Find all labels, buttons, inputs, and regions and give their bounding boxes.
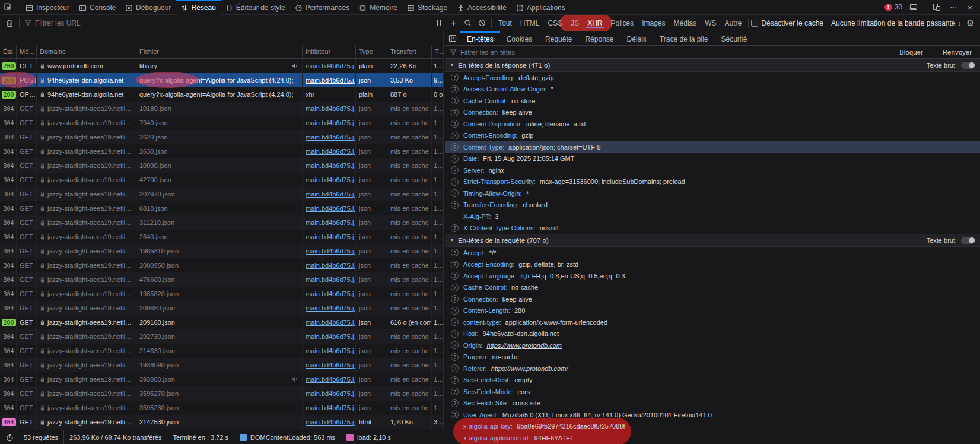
- header-row[interactable]: ? Strict-Transport-Security max-age=3153…: [445, 176, 980, 188]
- header-row[interactable]: ? X-Content-Type-Options nosniff: [445, 223, 980, 234]
- request-row[interactable]: 304 GET jazzy-starlight-aeea19.netli… 39…: [0, 372, 443, 386]
- initiator-link[interactable]: main.bd4b6d75.j…: [306, 62, 355, 69]
- initiator-link[interactable]: main.bd4b6d75.j…: [306, 134, 355, 141]
- request-row[interactable]: 304 GET jazzy-starlight-aeea19.netli… 35…: [0, 401, 443, 415]
- header-row[interactable]: ? X-Alg-PT 3: [445, 211, 980, 223]
- search-button[interactable]: [460, 16, 475, 30]
- header-row[interactable]: ? Transfer-Encoding chunked: [445, 199, 980, 211]
- header-row[interactable]: ? Content-Encoding gzip: [445, 130, 980, 142]
- new-request-button[interactable]: +: [446, 16, 460, 30]
- request-row[interactable]: 404 GET jazzy-starlight-aeea19.netli… 21…: [0, 415, 443, 429]
- help-icon[interactable]: ?: [451, 284, 459, 291]
- disable-cache-checkbox[interactable]: Désactiver le cache: [751, 19, 823, 27]
- request-row[interactable]: 304 GET jazzy-starlight-aeea19.netli… 19…: [0, 287, 443, 301]
- pick-element-button[interactable]: [0, 0, 15, 14]
- error-count-badge[interactable]: ! 30: [884, 3, 902, 11]
- header-row[interactable]: ? content-type application/x-www-form-ur…: [445, 316, 980, 328]
- tab-stockage[interactable]: Stockage: [402, 0, 452, 15]
- responsive-mode-button[interactable]: [929, 0, 944, 14]
- initiator-link[interactable]: main.bd4b6d75.j…: [306, 148, 355, 155]
- details-tab[interactable]: Sécurité: [714, 31, 753, 45]
- request-row[interactable]: 304 GET jazzy-starlight-aeea19.netli… 19…: [0, 358, 443, 372]
- header-row[interactable]: ? Cache-Control no-store: [445, 95, 980, 107]
- header-row[interactable]: ? Content-Disposition inline; filename=a…: [445, 118, 980, 130]
- column-header[interactable]: Mé…: [17, 45, 37, 58]
- help-icon[interactable]: ?: [451, 341, 459, 349]
- header-row[interactable]: ? Origin https://www.protondb.com: [445, 340, 980, 351]
- help-icon[interactable]: ?: [451, 272, 459, 280]
- request-row[interactable]: 304 GET jazzy-starlight-aeea19.netli… 10…: [0, 158, 443, 173]
- header-row[interactable]: ? Connection keep-alive: [445, 293, 980, 305]
- details-tab[interactable]: Requête: [539, 31, 578, 45]
- header-row[interactable]: ? x-algolia-application-id 94HE6YATEI: [445, 432, 980, 444]
- column-header[interactable]: Fichier: [136, 45, 303, 58]
- tab-reseau[interactable]: Réseau: [176, 0, 220, 15]
- help-icon[interactable]: ?: [451, 178, 459, 186]
- initiator-link[interactable]: main.bd4b6d75.j…: [306, 376, 355, 383]
- details-tab[interactable]: Cookies: [500, 31, 539, 45]
- column-header[interactable]: T…: [432, 45, 444, 58]
- split-console-button[interactable]: [906, 0, 921, 14]
- request-row[interactable]: 304 GET jazzy-starlight-aeea19.netli… 42…: [0, 173, 443, 187]
- help-icon[interactable]: ?: [451, 132, 459, 139]
- request-row[interactable]: 200 POST 94he6yatei-dsn.algolia.net quer…: [0, 73, 443, 87]
- throttling-select[interactable]: Aucune limitation de la bande passante ↕: [829, 19, 963, 27]
- header-row[interactable]: ? Content-Length 280: [445, 305, 980, 317]
- type-filter-button[interactable]: Images: [638, 17, 669, 29]
- raw-toggle-switch[interactable]: [961, 62, 975, 69]
- initiator-link[interactable]: main.bd4b6d75.j…: [306, 219, 355, 226]
- header-row[interactable]: ? Pragma no-cache: [445, 351, 980, 363]
- initiator-link[interactable]: main.bd4b6d75.j…: [306, 276, 355, 283]
- initiator-link[interactable]: main.bd4b6d75.j…: [306, 333, 355, 340]
- request-row[interactable]: 304 GET jazzy-starlight-aeea19.netli… 10…: [0, 102, 443, 116]
- header-row[interactable]: ? Sec-Fetch-Dest empty: [445, 375, 980, 386]
- header-row[interactable]: ? Host 94he6yatei-dsn.algolia.net: [445, 328, 980, 340]
- request-row[interactable]: 304 GET jazzy-starlight-aeea19.netli… 68…: [0, 201, 443, 215]
- initiator-link[interactable]: main.bd4b6d75.j…: [306, 233, 355, 240]
- help-icon[interactable]: ?: [451, 201, 459, 209]
- help-icon[interactable]: ?: [451, 85, 459, 93]
- request-headers-section-header[interactable]: ▼ En-têtes de la requête (707 o) Texte b…: [445, 234, 980, 247]
- request-row[interactable]: 304 GET jazzy-starlight-aeea19.netli… 26…: [0, 144, 443, 158]
- request-row[interactable]: 304 GET jazzy-starlight-aeea19.netli… 29…: [0, 329, 443, 344]
- help-icon[interactable]: ?: [451, 399, 459, 407]
- help-icon[interactable]: ?: [451, 364, 459, 372]
- tab-applications[interactable]: Applications: [511, 0, 570, 15]
- header-row[interactable]: ? x-algolia-api-key 9ba0e69fb2974316cdae…: [445, 421, 980, 433]
- raw-toggle-switch[interactable]: [961, 237, 975, 244]
- type-filter-button[interactable]: XHR: [583, 17, 606, 29]
- initiator-link[interactable]: main.bd4b6d75.j…: [306, 361, 355, 369]
- header-row[interactable]: ? Server nginx: [445, 164, 980, 176]
- tab-accessibilite[interactable]: Accessibilité: [452, 0, 511, 15]
- type-filter-button[interactable]: Polices: [607, 17, 638, 29]
- details-tab[interactable]: En-têtes: [460, 31, 500, 45]
- column-header[interactable]: Type: [356, 45, 387, 58]
- initiator-link[interactable]: main.bd4b6d75.j…: [306, 262, 355, 269]
- block-url-button[interactable]: [475, 16, 489, 30]
- tab-memoire[interactable]: Mémoire: [354, 0, 402, 15]
- initiator-link[interactable]: main.bd4b6d75.j…: [306, 305, 355, 312]
- request-row[interactable]: 304 GET jazzy-starlight-aeea19.netli… 20…: [0, 301, 443, 315]
- initiator-link[interactable]: main.bd4b6d75.j…: [306, 319, 355, 326]
- resend-button[interactable]: Renvoyer: [939, 49, 975, 56]
- column-header[interactable]: Éta: [0, 45, 17, 58]
- column-header[interactable]: Transfert: [387, 45, 432, 58]
- request-row[interactable]: 200 OP… 94he6yatei-dsn.algolia.net query…: [0, 87, 443, 102]
- header-row[interactable]: ? Date Fri, 15 Aug 2025 21:05:14 GMT: [445, 153, 980, 165]
- help-icon[interactable]: ?: [451, 74, 459, 81]
- help-icon[interactable]: ?: [451, 388, 459, 395]
- pause-traffic-button[interactable]: [432, 16, 446, 30]
- help-icon[interactable]: ?: [451, 143, 459, 151]
- request-row[interactable]: 304 GET jazzy-starlight-aeea19.netli… 26…: [0, 130, 443, 144]
- type-filter-button[interactable]: Autre: [721, 17, 746, 29]
- help-icon[interactable]: ?: [451, 249, 459, 256]
- tab-performances[interactable]: Performances: [290, 0, 355, 15]
- initiator-link[interactable]: main.bd4b6d75.j…: [306, 404, 355, 411]
- help-icon[interactable]: ?: [451, 318, 459, 326]
- header-row[interactable]: ? Accept-Encoding gzip, deflate, br, zst…: [445, 259, 980, 271]
- type-filter-button[interactable]: Médias: [670, 17, 701, 29]
- column-header[interactable]: Initiateur: [303, 45, 356, 58]
- initiator-link[interactable]: main.bd4b6d75.j…: [306, 77, 355, 84]
- request-row[interactable]: 304 GET jazzy-starlight-aeea19.netli… 35…: [0, 386, 443, 401]
- header-row[interactable]: ? Cache-Control no-cache: [445, 282, 980, 294]
